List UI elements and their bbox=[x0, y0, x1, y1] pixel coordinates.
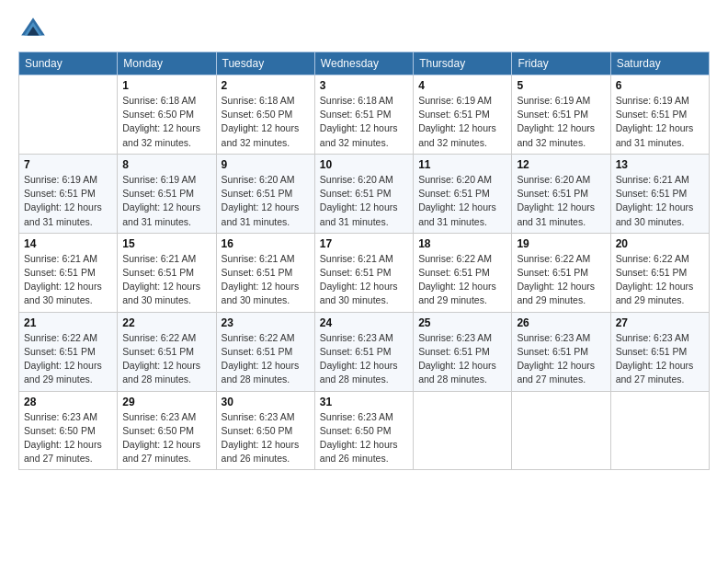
day-detail: Sunrise: 6:19 AM Sunset: 6:51 PM Dayligh… bbox=[517, 94, 605, 150]
calendar-cell: 25Sunrise: 6:23 AM Sunset: 6:51 PM Dayli… bbox=[414, 312, 512, 391]
day-number: 18 bbox=[418, 237, 506, 250]
header bbox=[18, 9, 710, 44]
weekday-header-monday: Monday bbox=[118, 52, 216, 75]
calendar-cell: 19Sunrise: 6:22 AM Sunset: 6:51 PM Dayli… bbox=[512, 233, 610, 312]
day-number: 20 bbox=[616, 237, 704, 250]
day-number: 10 bbox=[320, 158, 408, 171]
day-number: 17 bbox=[320, 237, 408, 250]
calendar-cell: 1Sunrise: 6:18 AM Sunset: 6:50 PM Daylig… bbox=[118, 75, 216, 155]
calendar-week-row: 14Sunrise: 6:21 AM Sunset: 6:51 PM Dayli… bbox=[19, 233, 710, 312]
day-number: 16 bbox=[222, 237, 310, 250]
calendar-cell: 20Sunrise: 6:22 AM Sunset: 6:51 PM Dayli… bbox=[610, 233, 709, 312]
calendar-cell: 3Sunrise: 6:18 AM Sunset: 6:51 PM Daylig… bbox=[314, 75, 413, 155]
calendar-cell: 6Sunrise: 6:19 AM Sunset: 6:51 PM Daylig… bbox=[610, 75, 709, 155]
calendar-cell: 21Sunrise: 6:22 AM Sunset: 6:51 PM Dayli… bbox=[19, 312, 118, 391]
day-number: 15 bbox=[122, 237, 210, 250]
calendar-cell: 28Sunrise: 6:23 AM Sunset: 6:50 PM Dayli… bbox=[19, 391, 118, 470]
weekday-header-saturday: Saturday bbox=[610, 52, 709, 75]
calendar-week-row: 21Sunrise: 6:22 AM Sunset: 6:51 PM Dayli… bbox=[19, 312, 710, 391]
calendar-cell: 30Sunrise: 6:23 AM Sunset: 6:50 PM Dayli… bbox=[216, 391, 314, 470]
day-detail: Sunrise: 6:23 AM Sunset: 6:51 PM Dayligh… bbox=[418, 331, 506, 387]
day-number: 12 bbox=[517, 158, 605, 171]
day-number: 8 bbox=[122, 158, 210, 171]
day-number: 25 bbox=[418, 316, 506, 329]
calendar-week-row: 1Sunrise: 6:18 AM Sunset: 6:50 PM Daylig… bbox=[19, 75, 710, 155]
day-number: 31 bbox=[320, 396, 408, 408]
day-detail: Sunrise: 6:20 AM Sunset: 6:51 PM Dayligh… bbox=[418, 173, 506, 229]
weekday-header-row: SundayMondayTuesdayWednesdayThursdayFrid… bbox=[19, 52, 710, 75]
day-detail: Sunrise: 6:23 AM Sunset: 6:50 PM Dayligh… bbox=[24, 410, 112, 466]
calendar-cell: 7Sunrise: 6:19 AM Sunset: 6:51 PM Daylig… bbox=[19, 154, 118, 233]
day-number: 1 bbox=[122, 79, 210, 92]
calendar-cell bbox=[512, 391, 610, 470]
day-number: 5 bbox=[517, 79, 605, 92]
calendar-week-row: 28Sunrise: 6:23 AM Sunset: 6:50 PM Dayli… bbox=[19, 391, 710, 470]
calendar-cell bbox=[610, 391, 709, 470]
calendar-cell: 14Sunrise: 6:21 AM Sunset: 6:51 PM Dayli… bbox=[19, 233, 118, 312]
weekday-header-wednesday: Wednesday bbox=[314, 52, 413, 75]
logo-icon bbox=[18, 15, 48, 44]
day-detail: Sunrise: 6:21 AM Sunset: 6:51 PM Dayligh… bbox=[320, 252, 408, 308]
calendar-cell: 24Sunrise: 6:23 AM Sunset: 6:51 PM Dayli… bbox=[314, 312, 413, 391]
day-number: 6 bbox=[616, 79, 704, 92]
day-detail: Sunrise: 6:22 AM Sunset: 6:51 PM Dayligh… bbox=[24, 331, 112, 387]
calendar-cell: 31Sunrise: 6:23 AM Sunset: 6:50 PM Dayli… bbox=[314, 391, 413, 470]
day-number: 11 bbox=[418, 158, 506, 171]
day-detail: Sunrise: 6:19 AM Sunset: 6:51 PM Dayligh… bbox=[122, 173, 210, 229]
calendar-table: SundayMondayTuesdayWednesdayThursdayFrid… bbox=[18, 52, 710, 470]
calendar-cell: 18Sunrise: 6:22 AM Sunset: 6:51 PM Dayli… bbox=[414, 233, 512, 312]
calendar-cell: 27Sunrise: 6:23 AM Sunset: 6:51 PM Dayli… bbox=[610, 312, 709, 391]
day-detail: Sunrise: 6:23 AM Sunset: 6:50 PM Dayligh… bbox=[122, 410, 210, 466]
day-number: 24 bbox=[320, 316, 408, 329]
day-detail: Sunrise: 6:19 AM Sunset: 6:51 PM Dayligh… bbox=[616, 94, 704, 150]
calendar-cell: 17Sunrise: 6:21 AM Sunset: 6:51 PM Dayli… bbox=[314, 233, 413, 312]
calendar-cell: 26Sunrise: 6:23 AM Sunset: 6:51 PM Dayli… bbox=[512, 312, 610, 391]
day-number: 22 bbox=[122, 316, 210, 329]
calendar-cell: 16Sunrise: 6:21 AM Sunset: 6:51 PM Dayli… bbox=[216, 233, 314, 312]
day-detail: Sunrise: 6:22 AM Sunset: 6:51 PM Dayligh… bbox=[222, 331, 310, 387]
day-number: 23 bbox=[222, 316, 310, 329]
day-number: 9 bbox=[222, 158, 310, 171]
day-number: 26 bbox=[517, 316, 605, 329]
calendar-cell bbox=[19, 75, 118, 155]
calendar-cell: 8Sunrise: 6:19 AM Sunset: 6:51 PM Daylig… bbox=[118, 154, 216, 233]
day-number: 30 bbox=[222, 396, 310, 408]
calendar-cell: 11Sunrise: 6:20 AM Sunset: 6:51 PM Dayli… bbox=[414, 154, 512, 233]
day-number: 28 bbox=[24, 396, 112, 408]
day-number: 13 bbox=[616, 158, 704, 171]
day-detail: Sunrise: 6:20 AM Sunset: 6:51 PM Dayligh… bbox=[222, 173, 310, 229]
day-detail: Sunrise: 6:20 AM Sunset: 6:51 PM Dayligh… bbox=[517, 173, 605, 229]
day-detail: Sunrise: 6:23 AM Sunset: 6:50 PM Dayligh… bbox=[320, 410, 408, 466]
calendar-cell: 5Sunrise: 6:19 AM Sunset: 6:51 PM Daylig… bbox=[512, 75, 610, 155]
day-detail: Sunrise: 6:18 AM Sunset: 6:50 PM Dayligh… bbox=[122, 94, 210, 150]
day-number: 2 bbox=[222, 79, 310, 92]
day-detail: Sunrise: 6:19 AM Sunset: 6:51 PM Dayligh… bbox=[24, 173, 112, 229]
calendar-cell: 23Sunrise: 6:22 AM Sunset: 6:51 PM Dayli… bbox=[216, 312, 314, 391]
day-number: 4 bbox=[418, 79, 506, 92]
day-detail: Sunrise: 6:18 AM Sunset: 6:50 PM Dayligh… bbox=[222, 94, 310, 150]
day-number: 3 bbox=[320, 79, 408, 92]
day-detail: Sunrise: 6:22 AM Sunset: 6:51 PM Dayligh… bbox=[418, 252, 506, 308]
day-number: 19 bbox=[517, 237, 605, 250]
day-detail: Sunrise: 6:21 AM Sunset: 6:51 PM Dayligh… bbox=[122, 252, 210, 308]
logo bbox=[18, 15, 50, 44]
calendar-cell: 15Sunrise: 6:21 AM Sunset: 6:51 PM Dayli… bbox=[118, 233, 216, 312]
calendar-cell: 12Sunrise: 6:20 AM Sunset: 6:51 PM Dayli… bbox=[512, 154, 610, 233]
day-detail: Sunrise: 6:18 AM Sunset: 6:51 PM Dayligh… bbox=[320, 94, 408, 150]
day-detail: Sunrise: 6:23 AM Sunset: 6:51 PM Dayligh… bbox=[320, 331, 408, 387]
weekday-header-tuesday: Tuesday bbox=[216, 52, 314, 75]
calendar-week-row: 7Sunrise: 6:19 AM Sunset: 6:51 PM Daylig… bbox=[19, 154, 710, 233]
day-detail: Sunrise: 6:21 AM Sunset: 6:51 PM Dayligh… bbox=[222, 252, 310, 308]
weekday-header-friday: Friday bbox=[512, 52, 610, 75]
day-number: 7 bbox=[24, 158, 112, 171]
day-detail: Sunrise: 6:19 AM Sunset: 6:51 PM Dayligh… bbox=[418, 94, 506, 150]
weekday-header-thursday: Thursday bbox=[414, 52, 512, 75]
day-detail: Sunrise: 6:22 AM Sunset: 6:51 PM Dayligh… bbox=[122, 331, 210, 387]
calendar-cell: 9Sunrise: 6:20 AM Sunset: 6:51 PM Daylig… bbox=[216, 154, 314, 233]
day-number: 29 bbox=[122, 396, 210, 408]
day-detail: Sunrise: 6:23 AM Sunset: 6:51 PM Dayligh… bbox=[517, 331, 605, 387]
calendar-cell: 22Sunrise: 6:22 AM Sunset: 6:51 PM Dayli… bbox=[118, 312, 216, 391]
day-detail: Sunrise: 6:23 AM Sunset: 6:51 PM Dayligh… bbox=[616, 331, 704, 387]
calendar-cell: 29Sunrise: 6:23 AM Sunset: 6:50 PM Dayli… bbox=[118, 391, 216, 470]
day-detail: Sunrise: 6:21 AM Sunset: 6:51 PM Dayligh… bbox=[24, 252, 112, 308]
